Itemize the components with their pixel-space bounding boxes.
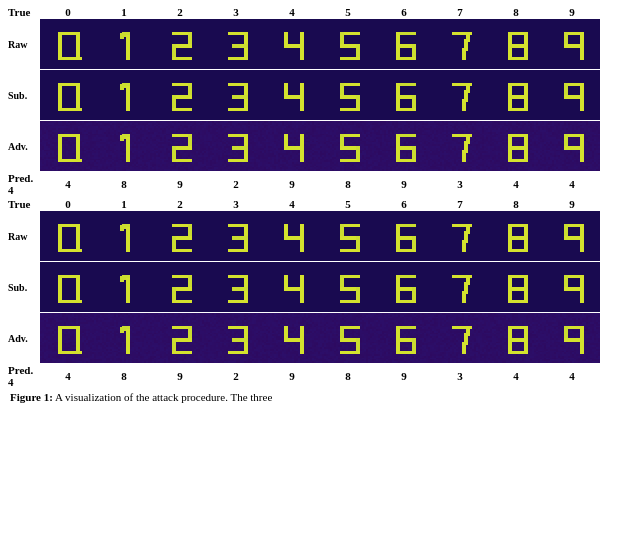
raw-cell-2-6 (376, 211, 432, 261)
true-val-1-3: 3 (208, 6, 264, 18)
sub-cell-2-1 (96, 262, 152, 312)
raw-cell-1-0 (40, 19, 96, 69)
sub-cell-2-3 (208, 262, 264, 312)
true-val-2-9: 9 (544, 198, 600, 210)
adv-cell-2-6 (376, 313, 432, 363)
sub-row-1: Sub. (8, 70, 632, 120)
true-label-row-1: True 0 1 2 3 4 5 6 7 8 9 (8, 6, 632, 18)
true-val-2-6: 6 (376, 198, 432, 210)
pred-row-2: Pred. 4 4 8 9 2 9 8 9 3 4 4 (8, 364, 632, 388)
main-container: True 0 1 2 3 4 5 6 7 8 9 Raw (0, 0, 640, 407)
pred-label-1: Pred. 4 (8, 172, 40, 196)
raw-cell-2-8 (488, 211, 544, 261)
pred-label-2: Pred. 4 (8, 364, 40, 388)
raw-cell-1-9 (544, 19, 600, 69)
sub-label-1: Sub. (8, 90, 40, 101)
pred-val-2-6: 9 (376, 370, 432, 382)
figure-caption: Figure 1: A visualization of the attack … (8, 391, 632, 403)
adv-cell-1-1 (96, 121, 152, 171)
raw-cell-1-1 (96, 19, 152, 69)
sub-cell-2-5 (320, 262, 376, 312)
pred-val-1-1: 8 (96, 178, 152, 190)
raw-cell-2-1 (96, 211, 152, 261)
adv-label-1: Adv. (8, 141, 40, 152)
raw-cell-2-2 (152, 211, 208, 261)
true-val-2-7: 7 (432, 198, 488, 210)
adv-cell-1-8 (488, 121, 544, 171)
raw-cell-1-5 (320, 19, 376, 69)
raw-cell-1-7 (432, 19, 488, 69)
pred-val-2-4: 9 (264, 370, 320, 382)
true-val-1-5: 5 (320, 6, 376, 18)
adv-cell-1-0 (40, 121, 96, 171)
section-2: True 0 1 2 3 4 5 6 7 8 9 Raw (8, 198, 632, 388)
pred-val-1-3: 2 (208, 178, 264, 190)
raw-cell-2-0 (40, 211, 96, 261)
adv-cell-2-9 (544, 313, 600, 363)
adv-row-2: Adv. (8, 313, 632, 363)
adv-cell-2-1 (96, 313, 152, 363)
true-val-1-8: 8 (488, 6, 544, 18)
raw-cell-1-4 (264, 19, 320, 69)
true-val-2-3: 3 (208, 198, 264, 210)
raw-label-1: Raw (8, 39, 40, 50)
sub-cell-2-8 (488, 262, 544, 312)
pred-row-1: Pred. 4 4 8 9 2 9 8 9 3 4 4 (8, 172, 632, 196)
adv-row-1: Adv. (8, 121, 632, 171)
true-val-2-0: 0 (40, 198, 96, 210)
adv-cell-2-0 (40, 313, 96, 363)
true-val-1-6: 6 (376, 6, 432, 18)
sub-cell-1-1 (96, 70, 152, 120)
pred-val-2-2: 9 (152, 370, 208, 382)
pred-val-1-9: 4 (544, 178, 600, 190)
true-val-2-5: 5 (320, 198, 376, 210)
pred-val-2-7: 3 (432, 370, 488, 382)
sub-cell-1-5 (320, 70, 376, 120)
pred-val-2-9: 4 (544, 370, 600, 382)
adv-cell-2-2 (152, 313, 208, 363)
true-val-1-0: 0 (40, 6, 96, 18)
pred-val-1-8: 4 (488, 178, 544, 190)
raw-cell-2-4 (264, 211, 320, 261)
adv-cell-1-9 (544, 121, 600, 171)
true-label-1: True (8, 6, 40, 18)
adv-cell-2-7 (432, 313, 488, 363)
adv-cell-1-5 (320, 121, 376, 171)
true-val-1-9: 9 (544, 6, 600, 18)
true-val-1-7: 7 (432, 6, 488, 18)
true-val-2-8: 8 (488, 198, 544, 210)
sub-cell-1-6 (376, 70, 432, 120)
sub-cell-1-3 (208, 70, 264, 120)
pred-val-1-4: 9 (264, 178, 320, 190)
raw-cell-1-2 (152, 19, 208, 69)
sub-label-2: Sub. (8, 282, 40, 293)
adv-cell-2-3 (208, 313, 264, 363)
true-label-2: True (8, 198, 40, 210)
raw-cell-2-9 (544, 211, 600, 261)
true-val-2-4: 4 (264, 198, 320, 210)
sub-cell-1-7 (432, 70, 488, 120)
raw-cell-1-6 (376, 19, 432, 69)
adv-cell-1-7 (432, 121, 488, 171)
adv-cell-1-3 (208, 121, 264, 171)
true-val-1-4: 4 (264, 6, 320, 18)
raw-cell-1-3 (208, 19, 264, 69)
pred-val-1-2: 9 (152, 178, 208, 190)
true-val-1-1: 1 (96, 6, 152, 18)
sub-cell-2-4 (264, 262, 320, 312)
pred-val-2-0: 4 (40, 370, 96, 382)
sub-cell-2-7 (432, 262, 488, 312)
sub-cell-1-9 (544, 70, 600, 120)
raw-row-1: Raw (8, 19, 632, 69)
sub-cell-1-0 (40, 70, 96, 120)
sub-cell-2-2 (152, 262, 208, 312)
section-1: True 0 1 2 3 4 5 6 7 8 9 Raw (8, 6, 632, 196)
adv-cell-1-6 (376, 121, 432, 171)
adv-cell-2-4 (264, 313, 320, 363)
pred-val-2-8: 4 (488, 370, 544, 382)
true-val-2-1: 1 (96, 198, 152, 210)
sub-cell-2-0 (40, 262, 96, 312)
sub-cell-2-9 (544, 262, 600, 312)
pred-val-2-5: 8 (320, 370, 376, 382)
pred-val-1-7: 3 (432, 178, 488, 190)
